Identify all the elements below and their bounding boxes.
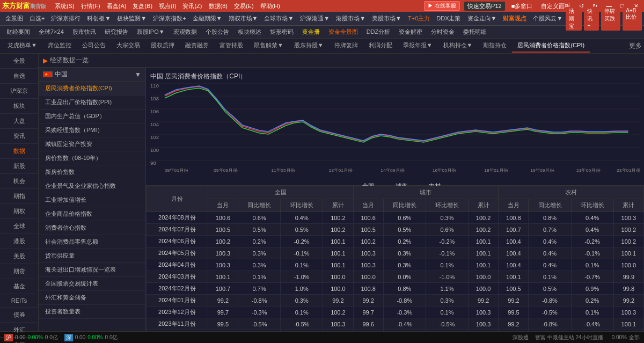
nav2-ddz[interactable]: DDZ分析 bbox=[362, 27, 395, 37]
sidebar-item-huShenjing[interactable]: 沪深京 bbox=[0, 84, 38, 99]
menu-consumer-conf[interactable]: 消费者信心指数 bbox=[39, 221, 145, 235]
ab-btn[interactable]: A+B比价 bbox=[623, 7, 642, 31]
menu-gdp[interactable]: 国内生产总值（GDP） bbox=[39, 110, 145, 123]
menu-watch[interactable]: 看盘(A) bbox=[107, 2, 127, 10]
sidebar-item-qiquan[interactable]: 期权 bbox=[0, 204, 38, 219]
nav-overview[interactable]: 全景图 bbox=[2, 13, 26, 24]
nav2-gold[interactable]: 黄金册 bbox=[298, 27, 324, 37]
sidebar-item-ganggu[interactable]: 港股 bbox=[0, 234, 38, 249]
nav2-macro[interactable]: 宏观数据 bbox=[169, 27, 201, 37]
menu-retail[interactable]: 社会消费品零售总额 bbox=[39, 235, 145, 249]
tab-suspend[interactable]: 停牌复牌 bbox=[329, 39, 363, 53]
sidebar-item-bankuai[interactable]: 板块 bbox=[0, 99, 38, 114]
nav-t0[interactable]: T+0主力 bbox=[405, 13, 433, 24]
menu-pmi[interactable]: 采购经理指数（PMI） bbox=[39, 123, 145, 137]
menu-houseprice[interactable]: 房价指数（08-10年） bbox=[39, 151, 145, 165]
menu-market[interactable]: 行情(F) bbox=[81, 2, 100, 10]
sidebar-item-quanjing[interactable]: 全景 bbox=[0, 54, 38, 69]
menu-system[interactable]: 系统(S) bbox=[55, 2, 75, 10]
menu-newhouse[interactable]: 新房价指数 bbox=[39, 165, 145, 179]
nav-sci[interactable]: 科创板▼ bbox=[84, 13, 114, 24]
sidebar-item-meigu[interactable]: 美股 bbox=[0, 249, 38, 264]
menu-money-supply[interactable]: 货币供应量 bbox=[39, 249, 145, 263]
country-dropdown-icon[interactable]: ▼ bbox=[135, 71, 141, 78]
kuaixun-btn[interactable]: 快讯+ bbox=[584, 7, 599, 31]
tab-cpi[interactable]: 居民消费者价格指数(CPI) bbox=[512, 39, 590, 53]
huoqi-btn[interactable]: 活期宝 bbox=[566, 7, 582, 31]
tab-seat[interactable]: 席位监控 bbox=[42, 39, 77, 53]
tab-more[interactable]: 更多 bbox=[629, 41, 642, 50]
nav-wealth[interactable]: 财富现点 bbox=[500, 13, 530, 24]
menu-trade[interactable]: 交易(E) bbox=[234, 2, 254, 10]
menu-ppi[interactable]: 工业品出厂价格指数(PPI) bbox=[39, 96, 145, 110]
menu-data[interactable]: 数据(8) bbox=[209, 2, 228, 10]
sidebar-item-reits[interactable]: REITs bbox=[0, 294, 38, 308]
quicktrade-btn[interactable]: 快速交易P12 bbox=[464, 2, 505, 11]
sidebar-item-zixun[interactable]: 资讯 bbox=[0, 129, 38, 144]
menu-investor-count[interactable]: 投资者数量表 bbox=[39, 305, 145, 319]
sidebar-item-zhaiquan[interactable]: 债券 bbox=[0, 308, 38, 323]
nav-fundflow[interactable]: 资金走向▼ bbox=[464, 13, 500, 24]
tab-shareholder[interactable]: 股东持股▼ bbox=[289, 39, 329, 53]
nav2-block[interactable]: 板块概述 bbox=[233, 27, 266, 37]
menu-customs[interactable]: 海关进出口增减情况一览表 bbox=[39, 263, 145, 277]
nav2-matrix[interactable]: 矩形密码 bbox=[266, 27, 298, 37]
nav-watchlist[interactable]: 自选+ bbox=[26, 13, 48, 24]
menu-cpi[interactable]: 居民消费者价格指数(CPI) bbox=[39, 82, 145, 96]
tab-announce[interactable]: 公司公告 bbox=[77, 39, 111, 53]
menu-help[interactable]: 帮助(H) bbox=[260, 2, 280, 10]
menu-fixedinvest[interactable]: 城镇固定资产投资 bbox=[39, 137, 145, 151]
menu-forex-gold[interactable]: 外汇和黄金储备 bbox=[39, 291, 145, 305]
nav-finlimit[interactable]: 金融期限▼ bbox=[189, 13, 225, 24]
nav2-timefund[interactable]: 分时资金 bbox=[427, 27, 459, 37]
tab-pledge[interactable]: 股权质押 bbox=[145, 39, 180, 53]
menu-bizconfidence[interactable]: 企业景气及企业家信心指数 bbox=[39, 179, 145, 193]
nav-global[interactable]: 全球市场▼ bbox=[261, 13, 297, 24]
tab-longhu[interactable]: 龙虎榜单▼ bbox=[2, 39, 42, 53]
sidebar-item-quanqiu[interactable]: 全球 bbox=[0, 219, 38, 234]
tab-dividend[interactable]: 利润分配 bbox=[363, 39, 398, 53]
sidebar-item-jihui[interactable]: 机会 bbox=[0, 174, 38, 189]
nav-shindex[interactable]: 沪深京指数+ bbox=[150, 13, 189, 24]
tab-institution[interactable]: 机构持仓▼ bbox=[438, 39, 478, 53]
tab-margin[interactable]: 融资融券 bbox=[180, 39, 214, 53]
nav2-ipo[interactable]: 新股IPO▼ bbox=[133, 27, 169, 37]
sidebar-item-jijin[interactable]: 基金 bbox=[0, 279, 38, 294]
tab-futures[interactable]: 期指持仓 bbox=[478, 39, 512, 53]
nav-us[interactable]: 美股市场▼ bbox=[369, 13, 405, 24]
nav2-funddecipher[interactable]: 资金解密 bbox=[394, 27, 427, 37]
multi-window-btn[interactable]: ■多窗口 bbox=[509, 2, 535, 11]
nav-ddx[interactable]: DDX走策 bbox=[433, 13, 464, 24]
tab-fund-hold[interactable]: 富管持股 bbox=[214, 39, 248, 53]
menu-news[interactable]: 资讯(Z) bbox=[182, 2, 202, 10]
sidebar-item-zixuan[interactable]: 自选 bbox=[0, 69, 38, 84]
sidebar-item-xingu[interactable]: 新股 bbox=[0, 159, 38, 174]
sidebar-item-dapan[interactable]: 大盘 bbox=[0, 114, 38, 129]
tab-unlock[interactable]: 限售解禁▼ bbox=[248, 39, 289, 53]
nav2-announce[interactable]: 个股公告 bbox=[201, 27, 233, 37]
menu-stock-stat[interactable]: 全国股票交易统计表 bbox=[39, 277, 145, 291]
country-selector[interactable]: ★ 中国 ▼ bbox=[39, 68, 145, 82]
sidebar-item-qihuo[interactable]: 期货 bbox=[0, 264, 38, 279]
sidebar-item-qizhi[interactable]: 期指 bbox=[0, 189, 38, 204]
online-btn[interactable]: ▶ 在线客服 bbox=[424, 1, 460, 11]
menu-replay[interactable]: 复盘(B) bbox=[133, 2, 152, 10]
tab-block-trade[interactable]: 大宗交易 bbox=[111, 39, 145, 53]
nav2-global24[interactable]: 全球7×24 bbox=[34, 27, 68, 37]
menu-bizprice[interactable]: 企业商品价格指数 bbox=[39, 207, 145, 221]
suspend-btn[interactable]: 停牌买跌 bbox=[601, 7, 620, 31]
sidebar-item-shuju[interactable]: 数据 bbox=[0, 144, 38, 159]
tab-report[interactable]: 季报年报▼ bbox=[398, 39, 438, 53]
nav2-caijing[interactable]: 财经要闻 bbox=[2, 27, 34, 37]
nav-hk[interactable]: 港股市场▼ bbox=[333, 13, 369, 24]
nav-stock[interactable]: 个股风云▼ bbox=[530, 13, 566, 24]
nav-options[interactable]: 期权市场▼ bbox=[225, 13, 261, 24]
nav-ranking[interactable]: 沪深京排行 bbox=[48, 13, 84, 24]
nav2-research[interactable]: 研究报告 bbox=[100, 27, 133, 37]
nav-blockmonitor[interactable]: 板块监测▼ bbox=[114, 13, 150, 24]
menu-view[interactable]: 视点(I) bbox=[159, 2, 176, 10]
nav2-stocknews[interactable]: 股市快讯 bbox=[68, 27, 100, 37]
menu-industrial[interactable]: 工业增加值增长 bbox=[39, 193, 145, 207]
nav2-fundoverview[interactable]: 资金全景图 bbox=[324, 27, 362, 37]
nav-hksh[interactable]: 沪深港通▼ bbox=[297, 13, 333, 24]
